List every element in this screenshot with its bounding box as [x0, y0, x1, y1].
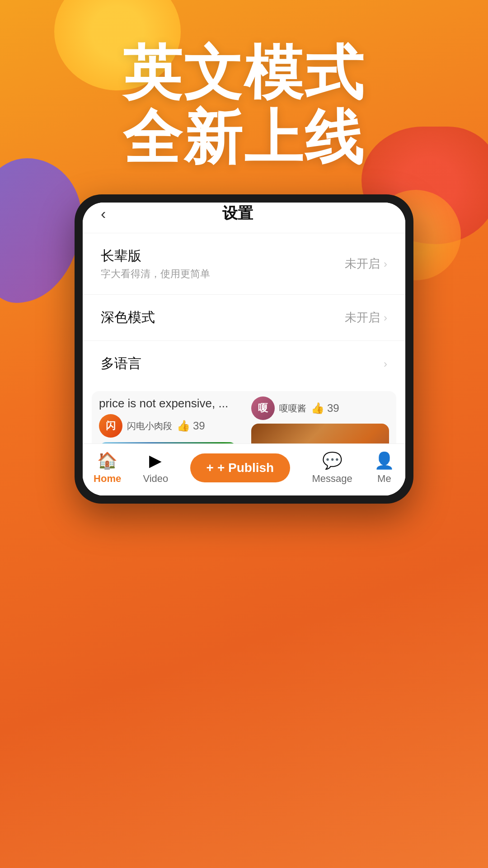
dark-mode-title: 深色模式 [101, 308, 155, 327]
plus-icon: + [206, 461, 214, 475]
settings-row-language-left: 多语言 [101, 354, 141, 373]
settings-row-language[interactable]: 多语言 › [83, 341, 405, 387]
home-icon: 🏠 [97, 451, 117, 470]
settings-row-elder-right: 未开启 › [345, 256, 387, 272]
nav-home-label: Home [94, 473, 121, 485]
settings-back-button[interactable]: ‹ [101, 205, 106, 222]
preview-left-user: 闪 闪电小肉段 👍 39 [99, 414, 237, 438]
right-like-count: 39 [327, 402, 339, 415]
chevron-right-language-icon: › [384, 358, 387, 370]
elder-mode-title: 长辈版 [101, 247, 210, 265]
settings-row-dark-left: 深色模式 [101, 308, 155, 327]
video-icon: ▶ [149, 451, 162, 470]
hero-line2: 全新上线 [0, 105, 488, 170]
nav-me[interactable]: 👤 Me [374, 451, 394, 485]
dark-mode-status: 未开启 [345, 310, 380, 326]
bottom-nav: 🏠 Home ▶ Video + + Publish 💬 Message [83, 443, 405, 495]
nav-video-label: Video [143, 473, 168, 485]
nav-home[interactable]: 🏠 Home [94, 451, 121, 485]
nav-me-label: Me [377, 473, 391, 485]
nav-message-label: Message [312, 473, 352, 485]
settings-row-language-right: › [384, 358, 387, 370]
phone-mockup: ▼ ◢ ▮ 12:30 Shanghai ∨ ⊞ Spring train t.… [75, 194, 413, 504]
message-icon: 💬 [322, 451, 343, 470]
phone-screen: ▼ ◢ ▮ 12:30 Shanghai ∨ ⊞ Spring train t.… [83, 203, 405, 495]
publish-button[interactable]: + + Publish [190, 453, 291, 482]
phone-frame: ▼ ◢ ▮ 12:30 Shanghai ∨ ⊞ Spring train t.… [75, 194, 413, 504]
settings-row-dark-right: 未开启 › [345, 310, 387, 326]
right-thumb-up-icon: 👍 [311, 402, 324, 415]
settings-header: ‹ 设置 [83, 203, 405, 233]
chevron-right-dark-icon: › [384, 311, 387, 324]
thumb-up-icon: 👍 [177, 420, 190, 432]
left-like: 👍 39 [177, 420, 205, 432]
left-avatar: 闪 [99, 414, 122, 438]
chevron-right-elder-icon: › [384, 258, 387, 270]
language-title: 多语言 [101, 354, 141, 373]
right-avatar: 嗄 [251, 396, 275, 420]
preview-right-user: 嗄 嗄嗄酱 👍 39 [251, 396, 389, 420]
elder-mode-status: 未开启 [345, 256, 380, 272]
settings-row-dark[interactable]: 深色模式 未开启 › [83, 295, 405, 341]
settings-panel: ‹ 设置 长辈版 字大看得清，使用更简单 未开启 › [83, 203, 405, 495]
me-icon: 👤 [374, 451, 394, 470]
publish-label: + Publish [217, 461, 274, 475]
preview-left-text: price is not expensive, ... [99, 396, 237, 410]
hero-line1: 英文模式 [0, 41, 488, 105]
right-username: 嗄嗄酱 [279, 402, 306, 415]
nav-video[interactable]: ▶ Video [143, 451, 168, 485]
right-like: 👍 39 [311, 402, 339, 415]
left-like-count: 39 [193, 420, 205, 432]
settings-row-elder[interactable]: 长辈版 字大看得清，使用更简单 未开启 › [83, 233, 405, 295]
hero-section: 英文模式 全新上线 [0, 41, 488, 170]
settings-row-elder-left: 长辈版 字大看得清，使用更简单 [101, 247, 210, 281]
left-username: 闪电小肉段 [127, 420, 172, 432]
nav-message[interactable]: 💬 Message [312, 451, 352, 485]
settings-title: 设置 [106, 203, 369, 224]
elder-mode-subtitle: 字大看得清，使用更简单 [101, 267, 210, 281]
